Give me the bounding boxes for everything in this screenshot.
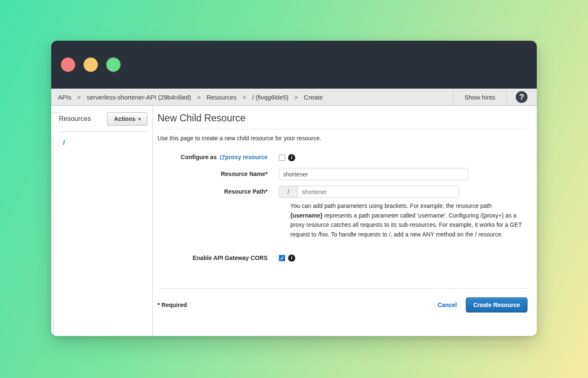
page-title: New Child Resource	[158, 113, 528, 124]
breadcrumb-create: Create	[304, 94, 323, 101]
configure-as-label-text: Configure as	[181, 154, 217, 160]
resource-name-row: Resource Name*	[158, 168, 528, 180]
breadcrumb-resources[interactable]: Resources	[207, 94, 237, 101]
breadcrumb-separator: >	[77, 94, 81, 101]
resource-path-input-group: /	[279, 186, 459, 198]
resource-name-input[interactable]	[279, 168, 468, 180]
resource-path-input[interactable]	[298, 186, 459, 197]
show-hints-button[interactable]: Show hints	[453, 89, 506, 105]
proxy-resource-link-label: proxy resource	[225, 154, 268, 160]
breadcrumb-separator: >	[242, 94, 246, 101]
close-window-button[interactable]	[61, 58, 75, 72]
show-hints-label: Show hints	[465, 94, 495, 101]
cancel-button[interactable]: Cancel	[438, 302, 457, 308]
path-help-text: You can add path parameters using bracke…	[290, 201, 524, 239]
info-icon[interactable]: i	[288, 154, 295, 161]
enable-cors-row: Enable API Gateway CORS i	[158, 255, 528, 262]
configure-as-label: Configure as proxy resource	[158, 154, 279, 161]
title-divider	[158, 129, 528, 129]
resource-tree-item-root[interactable]: /	[63, 139, 65, 147]
minimize-window-button[interactable]	[84, 58, 98, 72]
sidebar-title: Resources	[59, 115, 91, 123]
resource-path-row: Resource Path* /	[158, 186, 528, 198]
path-help-bold: {username}	[290, 212, 323, 219]
path-help-part2: represents a path parameter called 'user…	[290, 212, 522, 238]
breadcrumb-resource-path[interactable]: / (fivqg6lde5)	[252, 94, 289, 101]
console-content: Resources Actions ▾ / New Child Resource…	[51, 106, 537, 336]
help-icon[interactable]: ?	[516, 91, 528, 103]
resource-name-label: Resource Name*	[158, 168, 279, 180]
breadcrumb-separator: >	[197, 94, 201, 101]
sidebar-divider	[59, 131, 147, 132]
breadcrumb-apis[interactable]: APIs	[58, 94, 71, 101]
zoom-window-button[interactable]	[106, 58, 121, 72]
breadcrumb-separator: >	[294, 94, 298, 101]
breadcrumb: APIs > serverless-shortener-API (29b4nil…	[51, 89, 453, 105]
intro-text: Use this page to create a new child reso…	[158, 135, 528, 142]
enable-cors-checkbox[interactable]	[279, 255, 285, 261]
path-help-part1: You can add path parameters using bracke…	[290, 202, 492, 209]
browser-window: APIs > serverless-shortener-API (29b4nil…	[51, 41, 537, 336]
breadcrumb-bar: APIs > serverless-shortener-API (29b4nil…	[51, 89, 537, 106]
form-footer: * Required Cancel Create Resource	[158, 297, 528, 312]
breadcrumb-right-tools: Show hints ?	[453, 89, 537, 105]
main-panel: New Child Resource Use this page to crea…	[153, 106, 537, 336]
configure-as-row: Configure as proxy resource i	[158, 154, 528, 161]
sidebar-header: Resources Actions ▾	[51, 106, 152, 126]
resources-sidebar: Resources Actions ▾ /	[51, 106, 153, 336]
create-resource-button[interactable]: Create Resource	[466, 297, 528, 312]
info-icon[interactable]: i	[288, 255, 295, 262]
resource-path-label: Resource Path*	[158, 186, 279, 198]
proxy-resource-checkbox[interactable]	[279, 155, 285, 161]
external-link-icon	[220, 155, 225, 161]
help-button-segment: ?	[506, 89, 537, 105]
window-titlebar	[51, 41, 537, 89]
footer-divider	[158, 288, 528, 289]
actions-button-label: Actions	[114, 116, 135, 122]
resource-path-prefix: /	[279, 186, 298, 197]
breadcrumb-api-name[interactable]: serverless-shortener-API (29b4nilied)	[87, 94, 191, 101]
chevron-down-icon: ▾	[138, 116, 141, 122]
enable-cors-label: Enable API Gateway CORS	[158, 255, 279, 262]
proxy-resource-link[interactable]: proxy resource	[218, 154, 268, 160]
actions-button[interactable]: Actions ▾	[107, 112, 147, 126]
required-note: * Required	[158, 302, 187, 308]
